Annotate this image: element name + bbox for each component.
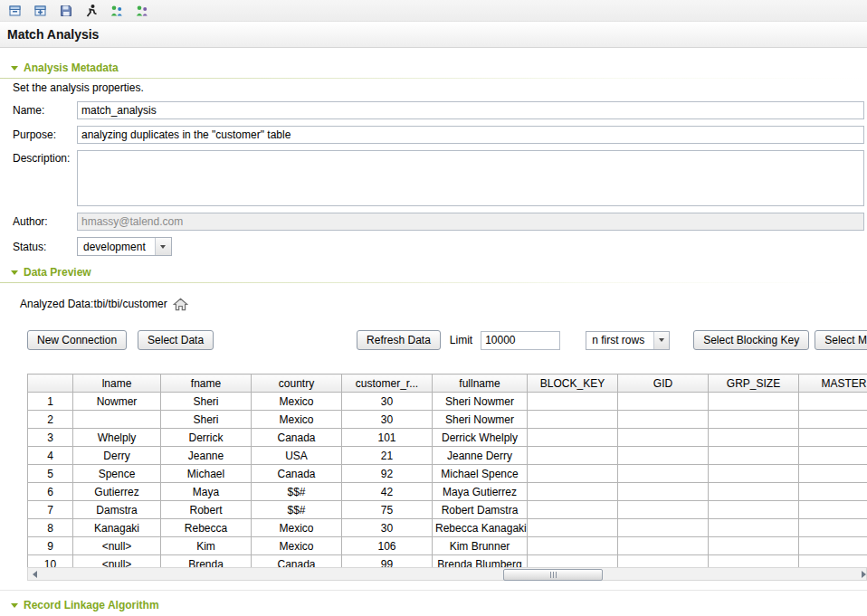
data-cell[interactable]: Gutierrez [73, 483, 161, 501]
data-cell[interactable] [709, 393, 799, 411]
data-cell[interactable]: Maya [161, 483, 252, 501]
table-row[interactable]: 1NowmerSheriMexico30Sheri Nowmer [28, 393, 867, 411]
data-cell[interactable] [528, 429, 618, 447]
limit-field[interactable] [481, 331, 560, 350]
row-number-cell[interactable]: 9 [28, 537, 73, 555]
column-header-country[interactable]: country [252, 374, 342, 393]
data-cell[interactable]: Whelply [73, 429, 161, 447]
select-matching-key-button[interactable]: Select Matching Key [815, 330, 867, 350]
data-cell[interactable]: 42 [342, 483, 433, 501]
data-cell[interactable] [709, 537, 799, 555]
column-header-block-key[interactable]: BLOCK_KEY [528, 374, 618, 393]
row-number-cell[interactable]: 10 [28, 555, 73, 568]
data-cell[interactable] [709, 447, 799, 465]
data-cell[interactable]: Derrick [161, 429, 252, 447]
data-cell[interactable] [618, 537, 709, 555]
row-number-header[interactable] [28, 374, 73, 393]
column-header-grp-size[interactable]: GRP_SIZE [709, 374, 799, 393]
table-row[interactable]: 4DerryJeanneUSA21Jeanne Derry [28, 447, 867, 465]
chevron-down-icon[interactable] [11, 603, 18, 608]
data-cell[interactable]: Canada [252, 429, 342, 447]
data-cell[interactable]: Sheri [161, 393, 252, 411]
data-cell[interactable] [709, 465, 799, 483]
table-row[interactable]: 6GutierrezMaya$$#42Maya Gutierrez [28, 483, 867, 501]
table-row[interactable]: 8KanagakiRebeccaMexico30Rebecca Kanagaki [28, 519, 867, 537]
data-cell[interactable]: Derry [73, 447, 161, 465]
data-cell[interactable]: Jeanne [161, 447, 252, 465]
column-header-gid[interactable]: GID [618, 374, 709, 393]
table-row[interactable]: 3WhelplyDerrickCanada101Derrick Whelply [28, 429, 867, 447]
data-cell[interactable]: Kim Brunner [433, 537, 528, 555]
data-cell[interactable]: Rebecca [161, 519, 252, 537]
data-cell[interactable] [799, 501, 867, 519]
data-cell[interactable] [73, 411, 161, 429]
data-cell[interactable] [709, 483, 799, 501]
data-cell[interactable]: 30 [342, 393, 433, 411]
data-cell[interactable] [799, 429, 867, 447]
data-cell[interactable]: Mexico [252, 411, 342, 429]
data-cell[interactable] [799, 447, 867, 465]
status-dropdown[interactable]: development [77, 237, 172, 256]
save-icon[interactable] [56, 2, 76, 20]
data-cell[interactable] [799, 411, 867, 429]
data-cell[interactable] [528, 555, 618, 568]
reload-analysis-icon[interactable] [132, 2, 152, 20]
data-cell[interactable] [528, 519, 618, 537]
data-cell[interactable]: Rebecca Kanagaki [433, 519, 528, 537]
table-row[interactable]: 7DamstraRobert$$#75Robert Damstra [28, 501, 867, 519]
data-cell[interactable]: <null> [73, 555, 161, 568]
collapse-editor-icon[interactable] [5, 2, 25, 20]
expand-editor-icon[interactable] [31, 2, 51, 20]
table-row[interactable]: 5SpenceMichaelCanada92Michael Spence [28, 465, 867, 483]
data-cell[interactable] [709, 411, 799, 429]
scrollbar-thumb[interactable] [503, 569, 603, 581]
table-row[interactable]: 10<null>BrendaCanada99Brenda Blumberg [28, 555, 867, 568]
data-cell[interactable] [618, 411, 709, 429]
row-number-cell[interactable]: 2 [28, 411, 73, 429]
purpose-field[interactable] [77, 126, 864, 144]
column-header-fname[interactable]: fname [161, 374, 252, 393]
row-number-cell[interactable]: 5 [28, 465, 73, 483]
chevron-down-icon[interactable] [11, 270, 18, 275]
data-cell[interactable]: Sheri Nowmer [433, 393, 528, 411]
new-connection-button[interactable]: New Connection [27, 330, 127, 350]
home-icon[interactable] [173, 298, 188, 311]
data-cell[interactable]: Robert Damstra [433, 501, 528, 519]
data-cell[interactable] [618, 519, 709, 537]
data-cell[interactable] [618, 429, 709, 447]
data-cell[interactable] [709, 555, 799, 568]
data-cell[interactable]: 106 [342, 537, 433, 555]
row-number-cell[interactable]: 4 [28, 447, 73, 465]
data-cell[interactable] [799, 555, 867, 568]
refresh-analysis-icon[interactable] [107, 2, 127, 20]
data-cell[interactable]: Brenda Blumberg [433, 555, 528, 568]
data-cell[interactable]: Canada [252, 555, 342, 568]
horizontal-scrollbar[interactable] [27, 567, 867, 581]
rows-mode-dropdown-button[interactable] [653, 332, 669, 349]
data-cell[interactable] [528, 447, 618, 465]
scroll-left-arrow[interactable] [28, 568, 42, 580]
data-cell[interactable]: 30 [342, 519, 433, 537]
analysis-metadata-header[interactable]: Analysis Metadata [0, 61, 867, 75]
data-cell[interactable] [528, 465, 618, 483]
data-cell[interactable]: Kim [161, 537, 252, 555]
data-cell[interactable]: Mexico [252, 519, 342, 537]
data-cell[interactable]: Michael [161, 465, 252, 483]
data-cell[interactable] [618, 501, 709, 519]
data-cell[interactable]: Sheri Nowmer [433, 411, 528, 429]
data-cell[interactable]: Mexico [252, 537, 342, 555]
data-cell[interactable] [709, 429, 799, 447]
data-cell[interactable]: 21 [342, 447, 433, 465]
data-cell[interactable] [528, 393, 618, 411]
data-cell[interactable]: Sheri [161, 411, 252, 429]
data-cell[interactable]: <null> [73, 537, 161, 555]
data-cell[interactable]: Derrick Whelply [433, 429, 528, 447]
data-cell[interactable] [528, 411, 618, 429]
column-header-lname[interactable]: lname [73, 374, 161, 393]
data-cell[interactable] [799, 537, 867, 555]
data-cell[interactable] [709, 519, 799, 537]
data-cell[interactable]: Michael Spence [433, 465, 528, 483]
data-cell[interactable]: Kanagaki [73, 519, 161, 537]
data-cell[interactable] [528, 501, 618, 519]
column-header-fullname[interactable]: fullname [433, 374, 528, 393]
